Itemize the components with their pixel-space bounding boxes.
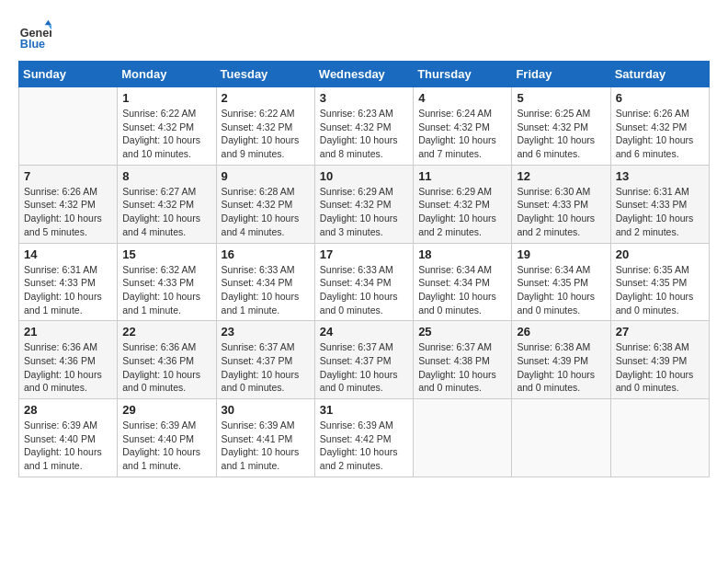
svg-text:Blue: Blue xyxy=(20,38,45,51)
day-info: Sunrise: 6:39 AM Sunset: 4:40 PM Dayligh… xyxy=(122,419,210,473)
calendar-cell: 18Sunrise: 6:34 AM Sunset: 4:34 PM Dayli… xyxy=(414,243,512,321)
calendar-cell xyxy=(414,399,512,477)
day-number: 23 xyxy=(222,325,310,339)
day-number: 5 xyxy=(517,91,605,105)
calendar-cell: 23Sunrise: 6:37 AM Sunset: 4:37 PM Dayli… xyxy=(216,321,314,399)
calendar-cell: 24Sunrise: 6:37 AM Sunset: 4:37 PM Dayli… xyxy=(314,321,413,399)
day-number: 3 xyxy=(320,91,408,105)
day-number: 14 xyxy=(24,247,112,261)
calendar-cell: 1Sunrise: 6:22 AM Sunset: 4:32 PM Daylig… xyxy=(118,87,216,166)
day-info: Sunrise: 6:36 AM Sunset: 4:36 PM Dayligh… xyxy=(24,340,112,395)
calendar-cell: 22Sunrise: 6:36 AM Sunset: 4:36 PM Dayli… xyxy=(118,321,216,399)
day-number: 7 xyxy=(24,169,112,183)
page-header: General Blue xyxy=(18,18,710,52)
day-number: 4 xyxy=(418,91,506,105)
calendar-cell: 8Sunrise: 6:27 AM Sunset: 4:32 PM Daylig… xyxy=(118,165,216,243)
day-info: Sunrise: 6:29 AM Sunset: 4:32 PM Dayligh… xyxy=(320,185,408,239)
day-info: Sunrise: 6:37 AM Sunset: 4:37 PM Dayligh… xyxy=(320,340,408,395)
day-header-friday: Friday xyxy=(512,62,610,87)
day-info: Sunrise: 6:26 AM Sunset: 4:32 PM Dayligh… xyxy=(616,107,704,161)
day-number: 20 xyxy=(616,247,704,261)
day-info: Sunrise: 6:34 AM Sunset: 4:35 PM Dayligh… xyxy=(517,263,605,317)
day-header-wednesday: Wednesday xyxy=(314,62,413,87)
svg-marker-2 xyxy=(45,20,51,25)
day-number: 26 xyxy=(517,325,605,339)
day-info: Sunrise: 6:31 AM Sunset: 4:33 PM Dayligh… xyxy=(24,263,112,317)
day-info: Sunrise: 6:29 AM Sunset: 4:32 PM Dayligh… xyxy=(418,185,506,239)
day-info: Sunrise: 6:35 AM Sunset: 4:35 PM Dayligh… xyxy=(616,263,704,317)
calendar-cell: 17Sunrise: 6:33 AM Sunset: 4:34 PM Dayli… xyxy=(314,243,413,321)
calendar-cell xyxy=(610,399,709,477)
day-number: 28 xyxy=(24,403,112,417)
day-number: 16 xyxy=(222,247,310,261)
day-number: 11 xyxy=(418,169,506,183)
calendar-cell: 3Sunrise: 6:23 AM Sunset: 4:32 PM Daylig… xyxy=(314,87,413,166)
calendar-cell: 10Sunrise: 6:29 AM Sunset: 4:32 PM Dayli… xyxy=(314,165,413,243)
calendar-cell: 26Sunrise: 6:38 AM Sunset: 4:39 PM Dayli… xyxy=(512,321,610,399)
calendar-cell: 27Sunrise: 6:38 AM Sunset: 4:39 PM Dayli… xyxy=(610,321,709,399)
day-number: 2 xyxy=(222,91,310,105)
day-number: 1 xyxy=(122,91,210,105)
week-row-1: 1Sunrise: 6:22 AM Sunset: 4:32 PM Daylig… xyxy=(19,87,710,166)
calendar-cell: 13Sunrise: 6:31 AM Sunset: 4:33 PM Dayli… xyxy=(610,165,709,243)
day-info: Sunrise: 6:31 AM Sunset: 4:33 PM Dayligh… xyxy=(616,185,704,239)
calendar-cell: 9Sunrise: 6:28 AM Sunset: 4:32 PM Daylig… xyxy=(216,165,314,243)
calendar-cell: 28Sunrise: 6:39 AM Sunset: 4:40 PM Dayli… xyxy=(19,399,118,477)
day-number: 8 xyxy=(122,169,210,183)
calendar-cell: 25Sunrise: 6:37 AM Sunset: 4:38 PM Dayli… xyxy=(414,321,512,399)
day-number: 6 xyxy=(616,91,704,105)
day-header-thursday: Thursday xyxy=(414,62,512,87)
logo: General Blue xyxy=(18,18,55,52)
day-number: 25 xyxy=(418,325,506,339)
day-number: 13 xyxy=(616,169,704,183)
calendar-cell: 6Sunrise: 6:26 AM Sunset: 4:32 PM Daylig… xyxy=(610,87,709,166)
calendar-cell: 15Sunrise: 6:32 AM Sunset: 4:33 PM Dayli… xyxy=(118,243,216,321)
week-row-3: 14Sunrise: 6:31 AM Sunset: 4:33 PM Dayli… xyxy=(19,243,710,321)
calendar-cell xyxy=(19,87,118,166)
day-number: 31 xyxy=(320,403,408,417)
day-number: 29 xyxy=(122,403,210,417)
day-info: Sunrise: 6:34 AM Sunset: 4:34 PM Dayligh… xyxy=(418,263,506,317)
calendar-cell: 7Sunrise: 6:26 AM Sunset: 4:32 PM Daylig… xyxy=(19,165,118,243)
calendar-cell: 11Sunrise: 6:29 AM Sunset: 4:32 PM Dayli… xyxy=(414,165,512,243)
day-number: 21 xyxy=(24,325,112,339)
calendar-cell: 31Sunrise: 6:39 AM Sunset: 4:42 PM Dayli… xyxy=(314,399,413,477)
calendar-cell: 21Sunrise: 6:36 AM Sunset: 4:36 PM Dayli… xyxy=(19,321,118,399)
day-info: Sunrise: 6:27 AM Sunset: 4:32 PM Dayligh… xyxy=(122,185,210,239)
day-info: Sunrise: 6:33 AM Sunset: 4:34 PM Dayligh… xyxy=(222,263,310,317)
calendar-cell: 12Sunrise: 6:30 AM Sunset: 4:33 PM Dayli… xyxy=(512,165,610,243)
day-number: 15 xyxy=(122,247,210,261)
day-number: 18 xyxy=(418,247,506,261)
day-info: Sunrise: 6:39 AM Sunset: 4:42 PM Dayligh… xyxy=(320,419,408,473)
day-info: Sunrise: 6:26 AM Sunset: 4:32 PM Dayligh… xyxy=(24,185,112,239)
day-header-saturday: Saturday xyxy=(610,62,709,87)
calendar-cell: 4Sunrise: 6:24 AM Sunset: 4:32 PM Daylig… xyxy=(414,87,512,166)
calendar-cell: 5Sunrise: 6:25 AM Sunset: 4:32 PM Daylig… xyxy=(512,87,610,166)
day-info: Sunrise: 6:36 AM Sunset: 4:36 PM Dayligh… xyxy=(122,340,210,395)
day-info: Sunrise: 6:25 AM Sunset: 4:32 PM Dayligh… xyxy=(517,107,605,161)
calendar-cell: 2Sunrise: 6:22 AM Sunset: 4:32 PM Daylig… xyxy=(216,87,314,166)
day-number: 19 xyxy=(517,247,605,261)
day-number: 22 xyxy=(122,325,210,339)
day-info: Sunrise: 6:33 AM Sunset: 4:34 PM Dayligh… xyxy=(320,263,408,317)
day-info: Sunrise: 6:38 AM Sunset: 4:39 PM Dayligh… xyxy=(616,340,704,395)
day-info: Sunrise: 6:22 AM Sunset: 4:32 PM Dayligh… xyxy=(122,107,210,161)
week-row-5: 28Sunrise: 6:39 AM Sunset: 4:40 PM Dayli… xyxy=(19,399,710,477)
calendar-cell: 29Sunrise: 6:39 AM Sunset: 4:40 PM Dayli… xyxy=(118,399,216,477)
day-info: Sunrise: 6:39 AM Sunset: 4:41 PM Dayligh… xyxy=(222,419,310,473)
day-number: 9 xyxy=(222,169,310,183)
day-info: Sunrise: 6:24 AM Sunset: 4:32 PM Dayligh… xyxy=(418,107,506,161)
logo-icon: General Blue xyxy=(18,18,51,52)
calendar-cell: 16Sunrise: 6:33 AM Sunset: 4:34 PM Dayli… xyxy=(216,243,314,321)
calendar-table: SundayMondayTuesdayWednesdayThursdayFrid… xyxy=(18,61,710,477)
day-number: 27 xyxy=(616,325,704,339)
day-info: Sunrise: 6:32 AM Sunset: 4:33 PM Dayligh… xyxy=(122,263,210,317)
calendar-cell xyxy=(512,399,610,477)
day-info: Sunrise: 6:30 AM Sunset: 4:33 PM Dayligh… xyxy=(517,185,605,239)
day-header-tuesday: Tuesday xyxy=(216,62,314,87)
day-info: Sunrise: 6:37 AM Sunset: 4:38 PM Dayligh… xyxy=(418,340,506,395)
day-number: 30 xyxy=(222,403,310,417)
day-info: Sunrise: 6:22 AM Sunset: 4:32 PM Dayligh… xyxy=(222,107,310,161)
day-header-monday: Monday xyxy=(118,62,216,87)
day-header-sunday: Sunday xyxy=(19,62,118,87)
